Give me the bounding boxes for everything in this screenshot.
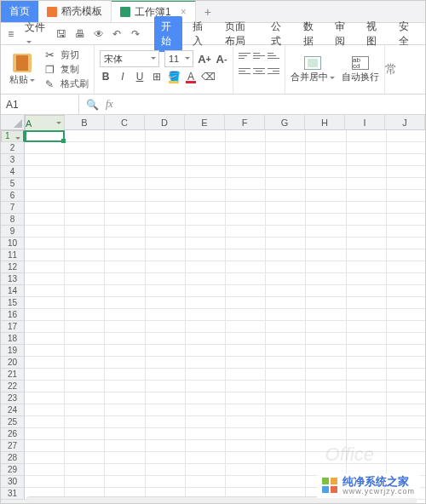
- row-header-24[interactable]: 24: [1, 404, 25, 416]
- col-header-E[interactable]: E: [185, 115, 225, 130]
- search-icon[interactable]: 🔍: [86, 99, 99, 111]
- row-header-4[interactable]: 4: [1, 166, 25, 178]
- merge-center-button[interactable]: 合并居中: [291, 56, 335, 83]
- row-header-28[interactable]: 28: [1, 452, 25, 464]
- row-header-22[interactable]: 22: [1, 381, 25, 392]
- clear-format-button[interactable]: ⌫: [202, 71, 214, 83]
- row-header-26[interactable]: 26: [1, 428, 25, 440]
- fill-color-button[interactable]: 🪣: [168, 71, 180, 83]
- row-header-8[interactable]: 8: [1, 214, 25, 226]
- group-font: 宋体 11 A+ A- B I U ⊞ 🪣 A ⌫: [95, 45, 233, 94]
- row-header-30[interactable]: 30: [1, 476, 25, 488]
- col-header-J[interactable]: J: [385, 115, 425, 130]
- increase-font-icon[interactable]: A+: [199, 53, 210, 65]
- align-middle-button[interactable]: [253, 50, 265, 60]
- align-center-button[interactable]: [253, 66, 265, 76]
- row-headers[interactable]: 1234567891011121314151617181920212223242…: [1, 130, 25, 504]
- row-header-20[interactable]: 20: [1, 357, 25, 369]
- underline-button[interactable]: U: [134, 71, 146, 83]
- row-header-16[interactable]: 16: [1, 309, 25, 321]
- row-header-3[interactable]: 3: [1, 154, 25, 166]
- print-quick-icon[interactable]: 🖶: [75, 28, 85, 40]
- row-header-17[interactable]: 17: [1, 321, 25, 333]
- row-header-2[interactable]: 2: [1, 142, 25, 154]
- bold-button[interactable]: B: [100, 71, 112, 83]
- template-icon: [47, 7, 57, 17]
- ribbon-overflow[interactable]: 常: [385, 45, 390, 94]
- brush-icon: [43, 78, 55, 90]
- row-header-19[interactable]: 19: [1, 345, 25, 357]
- row-header-18[interactable]: 18: [1, 333, 25, 345]
- row-header-10[interactable]: 10: [1, 238, 25, 249]
- col-header-I[interactable]: I: [345, 115, 385, 130]
- preview-icon[interactable]: 👁: [94, 28, 104, 40]
- row-header-23[interactable]: 23: [1, 392, 25, 404]
- ghost-text: Office: [325, 444, 374, 466]
- select-all-corner[interactable]: [1, 115, 25, 130]
- copy-icon: [43, 64, 55, 76]
- paste-icon: [13, 54, 32, 72]
- copy-button[interactable]: 复制: [43, 63, 89, 76]
- row-header-5[interactable]: 5: [1, 178, 25, 190]
- cut-button[interactable]: 剪切: [43, 49, 89, 61]
- tab-template[interactable]: 稻壳模板: [38, 1, 112, 22]
- row-header-11[interactable]: 11: [1, 249, 25, 261]
- font-color-button[interactable]: A: [185, 71, 197, 83]
- col-header-D[interactable]: D: [145, 115, 185, 130]
- paste-button[interactable]: 粘贴: [6, 52, 38, 88]
- col-header-F[interactable]: F: [225, 115, 265, 130]
- align-top-button[interactable]: [239, 50, 250, 60]
- row-header-29[interactable]: 29: [1, 464, 25, 476]
- fx-icon[interactable]: fx: [106, 98, 113, 111]
- format-painter-button[interactable]: 格式刷: [43, 77, 89, 90]
- name-box[interactable]: A1: [1, 94, 79, 114]
- row-header-12[interactable]: 12: [1, 261, 25, 273]
- decrease-font-icon[interactable]: A-: [216, 53, 227, 65]
- file-menu[interactable]: 文件: [25, 20, 48, 47]
- spreadsheet-icon: [120, 7, 130, 17]
- group-clipboard: 粘贴 剪切 复制 格式刷: [1, 45, 95, 94]
- font-size-select[interactable]: 11: [164, 50, 193, 67]
- row-header-21[interactable]: 21: [1, 369, 25, 381]
- row-header-15[interactable]: 15: [1, 297, 25, 309]
- col-header-A[interactable]: A: [25, 115, 65, 132]
- ribbon-tab-security[interactable]: 安全: [392, 16, 420, 52]
- undo-icon[interactable]: ↶: [112, 28, 123, 40]
- cell-reference: A1: [6, 99, 19, 111]
- scissors-icon: [43, 49, 55, 61]
- row-header-1[interactable]: 1: [1, 130, 25, 142]
- col-header-G[interactable]: G: [265, 115, 305, 130]
- col-header-B[interactable]: B: [65, 115, 105, 130]
- col-header-C[interactable]: C: [105, 115, 145, 130]
- paste-label: 粘贴: [9, 73, 35, 86]
- font-name: 宋体: [104, 53, 123, 66]
- row-header-25[interactable]: 25: [1, 416, 25, 428]
- row-header-6[interactable]: 6: [1, 190, 25, 202]
- group-align: [233, 45, 285, 94]
- italic-button[interactable]: I: [117, 71, 129, 83]
- align-left-button[interactable]: [239, 66, 250, 76]
- copy-label: 复制: [60, 63, 79, 76]
- align-right-button[interactable]: [268, 66, 279, 76]
- column-headers[interactable]: ABCDEFGHIJ: [25, 115, 425, 130]
- row-header-14[interactable]: 14: [1, 285, 25, 297]
- border-button[interactable]: ⊞: [151, 71, 163, 83]
- col-header-H[interactable]: H: [305, 115, 345, 130]
- tab-home[interactable]: 首页: [1, 1, 38, 22]
- save-icon[interactable]: 🖫: [56, 28, 66, 40]
- row-header-31[interactable]: 31: [1, 488, 25, 500]
- font-select[interactable]: 宋体: [100, 50, 159, 67]
- redo-icon[interactable]: ↷: [130, 28, 141, 40]
- row-header-27[interactable]: 27: [1, 440, 25, 452]
- wrap-text-button[interactable]: abcd 自动换行: [342, 56, 379, 83]
- tab-home-label: 首页: [9, 4, 30, 19]
- wrap-label: 自动换行: [342, 71, 379, 83]
- watermark-title: 纯净系统之家: [343, 476, 415, 488]
- align-bottom-button[interactable]: [268, 50, 279, 60]
- row-header-7[interactable]: 7: [1, 202, 25, 214]
- row-header-9[interactable]: 9: [1, 226, 25, 238]
- watermark-url: www.ycwrjzy.com: [343, 488, 415, 495]
- row-header-13[interactable]: 13: [1, 273, 25, 285]
- active-cell[interactable]: [25, 130, 65, 142]
- menu-icon[interactable]: ≡: [6, 28, 16, 40]
